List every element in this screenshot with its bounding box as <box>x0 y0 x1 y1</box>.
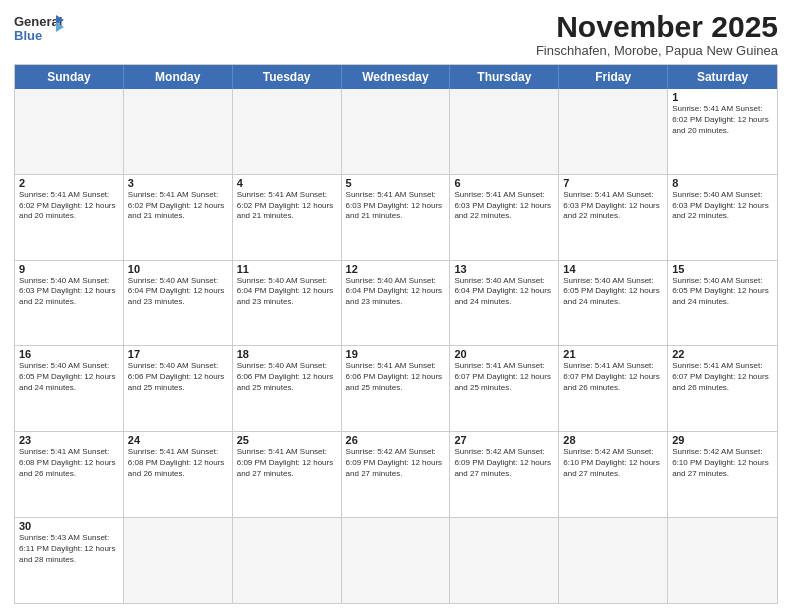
header-day-wednesday: Wednesday <box>342 65 451 89</box>
week-row-3: 9Sunrise: 5:40 AM Sunset: 6:03 PM Daylig… <box>15 260 777 346</box>
day-info: Sunrise: 5:40 AM Sunset: 6:03 PM Dayligh… <box>672 190 773 222</box>
day-info: Sunrise: 5:41 AM Sunset: 6:02 PM Dayligh… <box>128 190 228 222</box>
day-number: 4 <box>237 177 337 189</box>
day-number: 8 <box>672 177 773 189</box>
day-number: 17 <box>128 348 228 360</box>
day-cell-14: 14Sunrise: 5:40 AM Sunset: 6:05 PM Dayli… <box>559 261 668 346</box>
day-number: 19 <box>346 348 446 360</box>
day-cell-11: 11Sunrise: 5:40 AM Sunset: 6:04 PM Dayli… <box>233 261 342 346</box>
day-cell-6: 6Sunrise: 5:41 AM Sunset: 6:03 PM Daylig… <box>450 175 559 260</box>
day-number: 23 <box>19 434 119 446</box>
day-cell-20: 20Sunrise: 5:41 AM Sunset: 6:07 PM Dayli… <box>450 346 559 431</box>
day-cell-28: 28Sunrise: 5:42 AM Sunset: 6:10 PM Dayli… <box>559 432 668 517</box>
day-cell-30: 30Sunrise: 5:43 AM Sunset: 6:11 PM Dayli… <box>15 518 124 603</box>
day-cell-empty <box>559 518 668 603</box>
day-number: 24 <box>128 434 228 446</box>
day-cell-21: 21Sunrise: 5:41 AM Sunset: 6:07 PM Dayli… <box>559 346 668 431</box>
day-cell-1: 1Sunrise: 5:41 AM Sunset: 6:02 PM Daylig… <box>668 89 777 174</box>
day-number: 10 <box>128 263 228 275</box>
day-cell-25: 25Sunrise: 5:41 AM Sunset: 6:09 PM Dayli… <box>233 432 342 517</box>
page: General Blue November 2025 Finschhafen, … <box>0 0 792 612</box>
day-cell-29: 29Sunrise: 5:42 AM Sunset: 6:10 PM Dayli… <box>668 432 777 517</box>
header-day-tuesday: Tuesday <box>233 65 342 89</box>
day-cell-empty <box>233 89 342 174</box>
day-cell-24: 24Sunrise: 5:41 AM Sunset: 6:08 PM Dayli… <box>124 432 233 517</box>
day-info: Sunrise: 5:41 AM Sunset: 6:06 PM Dayligh… <box>346 361 446 393</box>
month-title: November 2025 <box>536 10 778 43</box>
day-number: 5 <box>346 177 446 189</box>
header-day-monday: Monday <box>124 65 233 89</box>
day-info: Sunrise: 5:41 AM Sunset: 6:03 PM Dayligh… <box>346 190 446 222</box>
day-cell-15: 15Sunrise: 5:40 AM Sunset: 6:05 PM Dayli… <box>668 261 777 346</box>
day-number: 14 <box>563 263 663 275</box>
day-number: 1 <box>672 91 773 103</box>
day-info: Sunrise: 5:42 AM Sunset: 6:09 PM Dayligh… <box>454 447 554 479</box>
day-cell-13: 13Sunrise: 5:40 AM Sunset: 6:04 PM Dayli… <box>450 261 559 346</box>
day-info: Sunrise: 5:41 AM Sunset: 6:08 PM Dayligh… <box>128 447 228 479</box>
day-info: Sunrise: 5:42 AM Sunset: 6:10 PM Dayligh… <box>563 447 663 479</box>
day-info: Sunrise: 5:40 AM Sunset: 6:04 PM Dayligh… <box>128 276 228 308</box>
day-info: Sunrise: 5:41 AM Sunset: 6:03 PM Dayligh… <box>454 190 554 222</box>
day-cell-empty <box>15 89 124 174</box>
day-cell-23: 23Sunrise: 5:41 AM Sunset: 6:08 PM Dayli… <box>15 432 124 517</box>
day-cell-empty <box>342 518 451 603</box>
day-number: 27 <box>454 434 554 446</box>
day-cell-empty <box>668 518 777 603</box>
day-number: 16 <box>19 348 119 360</box>
day-number: 2 <box>19 177 119 189</box>
day-info: Sunrise: 5:41 AM Sunset: 6:08 PM Dayligh… <box>19 447 119 479</box>
day-cell-2: 2Sunrise: 5:41 AM Sunset: 6:02 PM Daylig… <box>15 175 124 260</box>
day-number: 21 <box>563 348 663 360</box>
calendar-header: SundayMondayTuesdayWednesdayThursdayFrid… <box>15 65 777 89</box>
header: General Blue November 2025 Finschhafen, … <box>14 10 778 58</box>
day-cell-empty <box>124 518 233 603</box>
day-info: Sunrise: 5:41 AM Sunset: 6:03 PM Dayligh… <box>563 190 663 222</box>
day-info: Sunrise: 5:42 AM Sunset: 6:09 PM Dayligh… <box>346 447 446 479</box>
day-number: 11 <box>237 263 337 275</box>
day-cell-12: 12Sunrise: 5:40 AM Sunset: 6:04 PM Dayli… <box>342 261 451 346</box>
week-row-1: 1Sunrise: 5:41 AM Sunset: 6:02 PM Daylig… <box>15 89 777 174</box>
day-number: 18 <box>237 348 337 360</box>
subtitle: Finschhafen, Morobe, Papua New Guinea <box>536 43 778 58</box>
day-info: Sunrise: 5:40 AM Sunset: 6:05 PM Dayligh… <box>563 276 663 308</box>
day-number: 22 <box>672 348 773 360</box>
day-info: Sunrise: 5:40 AM Sunset: 6:04 PM Dayligh… <box>237 276 337 308</box>
day-cell-26: 26Sunrise: 5:42 AM Sunset: 6:09 PM Dayli… <box>342 432 451 517</box>
day-cell-empty <box>450 518 559 603</box>
day-info: Sunrise: 5:41 AM Sunset: 6:07 PM Dayligh… <box>563 361 663 393</box>
day-number: 30 <box>19 520 119 532</box>
day-info: Sunrise: 5:40 AM Sunset: 6:04 PM Dayligh… <box>454 276 554 308</box>
day-number: 28 <box>563 434 663 446</box>
day-info: Sunrise: 5:40 AM Sunset: 6:05 PM Dayligh… <box>672 276 773 308</box>
day-number: 7 <box>563 177 663 189</box>
header-day-sunday: Sunday <box>15 65 124 89</box>
day-cell-9: 9Sunrise: 5:40 AM Sunset: 6:03 PM Daylig… <box>15 261 124 346</box>
day-cell-empty <box>124 89 233 174</box>
header-day-saturday: Saturday <box>668 65 777 89</box>
day-number: 3 <box>128 177 228 189</box>
day-cell-19: 19Sunrise: 5:41 AM Sunset: 6:06 PM Dayli… <box>342 346 451 431</box>
logo-svg: General Blue <box>14 10 64 52</box>
day-cell-5: 5Sunrise: 5:41 AM Sunset: 6:03 PM Daylig… <box>342 175 451 260</box>
day-info: Sunrise: 5:41 AM Sunset: 6:02 PM Dayligh… <box>237 190 337 222</box>
day-number: 29 <box>672 434 773 446</box>
day-number: 20 <box>454 348 554 360</box>
day-number: 9 <box>19 263 119 275</box>
day-info: Sunrise: 5:41 AM Sunset: 6:07 PM Dayligh… <box>672 361 773 393</box>
day-info: Sunrise: 5:41 AM Sunset: 6:09 PM Dayligh… <box>237 447 337 479</box>
day-cell-17: 17Sunrise: 5:40 AM Sunset: 6:06 PM Dayli… <box>124 346 233 431</box>
day-info: Sunrise: 5:41 AM Sunset: 6:02 PM Dayligh… <box>19 190 119 222</box>
day-cell-4: 4Sunrise: 5:41 AM Sunset: 6:02 PM Daylig… <box>233 175 342 260</box>
title-block: November 2025 Finschhafen, Morobe, Papua… <box>536 10 778 58</box>
day-cell-empty <box>233 518 342 603</box>
day-cell-3: 3Sunrise: 5:41 AM Sunset: 6:02 PM Daylig… <box>124 175 233 260</box>
svg-text:General: General <box>14 14 62 29</box>
logo: General Blue <box>14 10 64 52</box>
day-info: Sunrise: 5:41 AM Sunset: 6:02 PM Dayligh… <box>672 104 773 136</box>
calendar-body: 1Sunrise: 5:41 AM Sunset: 6:02 PM Daylig… <box>15 89 777 603</box>
day-cell-empty <box>559 89 668 174</box>
header-day-thursday: Thursday <box>450 65 559 89</box>
day-cell-10: 10Sunrise: 5:40 AM Sunset: 6:04 PM Dayli… <box>124 261 233 346</box>
day-info: Sunrise: 5:41 AM Sunset: 6:07 PM Dayligh… <box>454 361 554 393</box>
day-cell-22: 22Sunrise: 5:41 AM Sunset: 6:07 PM Dayli… <box>668 346 777 431</box>
